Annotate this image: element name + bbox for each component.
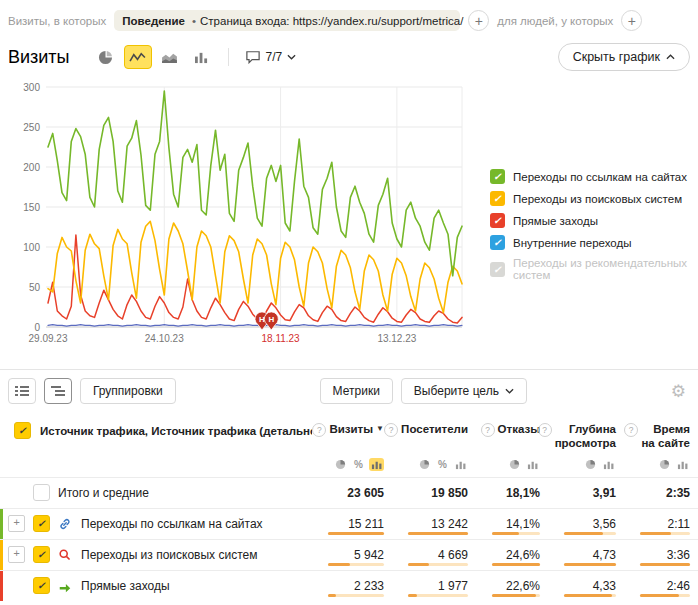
sort-desc-icon: ▼ <box>376 424 384 434</box>
list-view-icon <box>15 385 29 397</box>
chart-type-columns-button[interactable] <box>188 45 216 69</box>
series-line[interactable] <box>48 221 462 312</box>
pie-display-icon[interactable] <box>333 458 348 471</box>
x-tick-label: 13.12.23 <box>377 333 416 344</box>
y-tick-label: 150 <box>23 202 40 213</box>
legend-checkbox[interactable]: ✓ <box>490 235 505 250</box>
row-checkbox[interactable]: ✓ <box>33 546 50 563</box>
hide-chart-button[interactable]: Скрыть график <box>558 43 690 71</box>
chart-type-stacked-area-button[interactable] <box>156 45 184 69</box>
column-header-time[interactable]: ? Время на сайте <box>624 422 698 451</box>
table-row-direct[interactable]: ✓ Прямые заходы 2 233 1 977 22,6% 4,33 2… <box>0 570 698 601</box>
row-checkbox[interactable] <box>33 484 50 501</box>
metric-cell: 18,1% <box>476 478 548 508</box>
pie-display-icon[interactable] <box>507 458 522 471</box>
expand-row-button[interactable]: + <box>8 515 25 532</box>
add-visit-condition-button[interactable]: + <box>468 10 489 31</box>
percent-display-icon[interactable]: % <box>351 458 366 471</box>
question-icon[interactable]: ? <box>624 423 638 437</box>
plus-icon: + <box>475 13 483 29</box>
table-row-links[interactable]: + ✓ Переходы по ссылкам на сайтах 15 211… <box>0 508 698 539</box>
legend-item-internal[interactable]: ✓ Внутренние переходы <box>490 235 694 250</box>
segment-chip-category: Поведение <box>122 15 185 27</box>
question-icon[interactable]: ? <box>538 423 552 437</box>
comment-bubble-icon <box>245 50 261 64</box>
metric-cell: 5 942 <box>312 540 392 570</box>
pie-display-icon[interactable] <box>657 458 672 471</box>
legend-checkbox[interactable]: ✓ <box>490 191 505 206</box>
chevron-down-icon <box>505 388 514 394</box>
pie-display-icon[interactable] <box>417 458 432 471</box>
y-tick-label: 200 <box>23 162 40 173</box>
list-view-button[interactable] <box>8 378 36 404</box>
pie-chart-icon <box>98 50 113 65</box>
metric-cell: 4 669 <box>392 540 476 570</box>
legend-item-search[interactable]: ✓ Переходы из поисковых систем <box>490 191 694 206</box>
legend-item-links[interactable]: ✓ Переходы по ссылкам на сайтах <box>490 169 694 184</box>
y-tick-label: 0 <box>34 322 40 333</box>
question-icon[interactable]: ? <box>312 423 326 437</box>
x-tick-label: 24.10.23 <box>145 333 184 344</box>
chevron-up-icon <box>666 54 675 60</box>
comments-count: 7/7 <box>266 50 283 64</box>
metric-cell: 22,6% <box>476 571 548 601</box>
legend-checkbox[interactable]: ✓ <box>490 169 505 184</box>
question-icon[interactable]: ? <box>384 423 398 437</box>
table-row-search[interactable]: + ✓ Переходы из поисковых систем 5 942 4… <box>0 539 698 570</box>
row-checkbox[interactable]: ✓ <box>33 577 50 594</box>
column-header-depth[interactable]: ? Глубина просмотра <box>548 422 624 451</box>
column-header-visits[interactable]: ? Визиты ▼ <box>312 422 392 437</box>
metrica-report-page: Визиты, в которых Поведение • Страница в… <box>0 0 698 601</box>
metric-cell: 3,91 <box>548 478 624 508</box>
question-icon[interactable]: ? <box>481 423 495 437</box>
groupings-button[interactable]: Группировки <box>80 378 176 404</box>
metric-cell: 4,73 <box>548 540 624 570</box>
bar-chart-icon <box>194 51 209 64</box>
series-line[interactable] <box>48 325 462 327</box>
metric-cell: 2:46 <box>624 571 698 601</box>
bars-display-icon[interactable] <box>675 458 690 471</box>
bars-display-icon[interactable] <box>525 458 540 471</box>
bars-display-icon[interactable] <box>453 458 468 471</box>
select-all-checkbox[interactable]: ✓ <box>14 422 31 439</box>
row-color-stripe <box>0 515 3 532</box>
divider <box>228 48 229 66</box>
y-tick-label: 250 <box>23 122 40 133</box>
row-color-stripe <box>0 577 3 594</box>
visits-chart[interactable]: 05010015020025030029.09.2324.10.2318.11.… <box>0 77 698 355</box>
legend-item-direct[interactable]: ✓ Прямые заходы <box>490 213 694 228</box>
goal-select-button[interactable]: Выберите цель <box>401 378 527 404</box>
y-tick-label: 300 <box>23 82 40 93</box>
add-user-condition-button[interactable]: + <box>621 10 642 31</box>
tree-view-button[interactable] <box>44 378 72 404</box>
percent-display-icon[interactable]: % <box>435 458 450 471</box>
visits-chart-svg[interactable]: 05010015020025030029.09.2324.10.2318.11.… <box>6 77 476 349</box>
pie-display-icon[interactable] <box>583 458 598 471</box>
legend-checkbox[interactable]: ✓ <box>490 262 505 277</box>
segment-chip[interactable]: Поведение • Страница входа: https://yand… <box>114 10 460 31</box>
bars-display-icon[interactable] <box>369 458 384 471</box>
table-row-totals[interactable]: Итого и средние 23 605 19 850 18,1% 3,91… <box>0 477 698 508</box>
dimension-header-label: Источник трафика, Источник трафика (дета… <box>40 425 312 437</box>
segmentation-bar: Визиты, в которых Поведение • Страница в… <box>0 0 698 35</box>
metric-cell: 19 850 <box>392 478 476 508</box>
x-tick-label: 29.09.23 <box>29 333 68 344</box>
segment-suffix-label: для людей, у которых <box>497 15 613 27</box>
link-icon <box>58 517 73 531</box>
comments-button[interactable]: 7/7 <box>241 48 301 66</box>
chart-type-pie-button[interactable] <box>92 45 120 69</box>
metric-cell: 3,56 <box>548 509 624 539</box>
metrics-button[interactable]: Метрики <box>320 378 393 404</box>
metric-display-toggles: % % <box>0 451 698 477</box>
column-header-visitors[interactable]: ? Посетители <box>392 422 476 437</box>
legend-item-recommendations[interactable]: ✓ Переходы из рекомендательных систем <box>490 257 694 281</box>
settings-gear-icon[interactable]: ⚙ <box>671 381 686 402</box>
metric-cell: 2 233 <box>312 571 392 601</box>
metric-cell: 14,1% <box>476 509 548 539</box>
bars-display-icon[interactable] <box>601 458 616 471</box>
chart-type-line-button[interactable] <box>124 45 152 69</box>
table-toolbar: Группировки Метрики Выберите цель ⚙ <box>0 370 698 412</box>
row-checkbox[interactable]: ✓ <box>33 515 50 532</box>
expand-row-button[interactable]: + <box>8 546 25 563</box>
legend-checkbox[interactable]: ✓ <box>490 213 505 228</box>
